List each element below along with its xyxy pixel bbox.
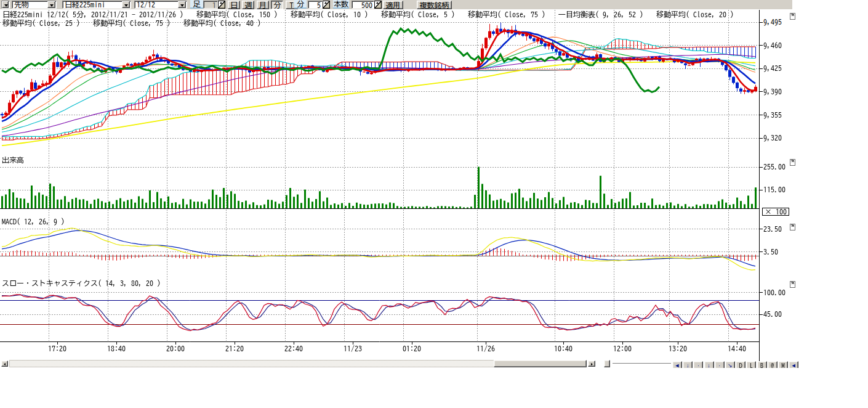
price-tick-label: 9,390 (763, 88, 782, 96)
apply-button[interactable]: 適用 (383, 1, 403, 9)
mini-button-7[interactable]: L (746, 361, 756, 368)
contract-select[interactable]: 12/12 (134, 1, 187, 9)
spin-updown-icon (375, 1, 381, 8)
time-label: 01:20 (403, 345, 421, 353)
chart-header-row2: 移動平均( Close, 25 )移動平均( Close, 75 )移動平均( … (2, 19, 274, 27)
scroll-left-button[interactable] (1, 361, 8, 367)
chart-header-row1: 日経225mini 12/12( 5分, 2012/11/21 - 2012/1… (2, 10, 747, 18)
volume-tick-label: 255.00 (763, 163, 786, 171)
time-label: 22:40 (284, 345, 303, 353)
mini-button-0[interactable]: ◄ (672, 361, 682, 368)
period-button-日[interactable]: 日 (228, 1, 240, 9)
period-button-週[interactable]: 週 (242, 1, 254, 9)
hidden-combo[interactable] (1, 1, 10, 9)
contract-select-value: 12/12 (137, 1, 155, 8)
chart-canvas[interactable] (0, 10, 763, 369)
pane-collapse-icon[interactable] (790, 281, 795, 288)
bar-count-label: 本数 (333, 0, 349, 9)
mini-button-4[interactable]: · (715, 361, 725, 368)
macd-pane-title: MACD( 12, 26, 9 ) (2, 218, 65, 226)
time-label: 10:40 (554, 345, 573, 353)
symbol-select-value: 日経225mini (65, 1, 105, 8)
scroll-right-button[interactable] (588, 361, 595, 367)
chevron-down-icon (180, 4, 184, 7)
macd-tick-label: 23.50 (763, 225, 782, 233)
price-tick-label: 9,495 (763, 18, 782, 26)
volume-tick-label: 115.00 (763, 186, 786, 194)
mini-button-9[interactable]: @ (768, 361, 778, 368)
mini-button-2[interactable]: · (693, 361, 703, 368)
minute-spinner[interactable] (323, 1, 330, 9)
market-select[interactable]: 先物 (12, 1, 57, 9)
price-tick-label: 9,320 (763, 134, 782, 142)
trading-app-window: 先物 日経225mini 12/12 足 1 日週月分T 分 5 本数 500 … (0, 0, 868, 408)
bar-count-spinner[interactable] (374, 1, 382, 9)
time-label: 12:00 (613, 345, 632, 353)
chevron-down-icon (50, 4, 54, 7)
time-label: 21:20 (225, 345, 244, 353)
mini-button-5[interactable]: ↘ (725, 361, 735, 368)
price-tick-label: 9,355 (763, 111, 782, 119)
market-select-value: 先物 (14, 1, 29, 8)
price-tick-label: 9,425 (763, 64, 782, 72)
header-indicator-label: 日経225mini 12/12( 5分, 2012/11/21 - 2012/1… (2, 10, 183, 18)
header-indicator-label: 移動平均( Close, 25 ) (2, 19, 80, 27)
time-label: 11/26 (476, 345, 495, 353)
bar-multiple-input[interactable]: 1 (203, 1, 218, 9)
stoch-tick-label: 100.00 (763, 288, 786, 296)
stoch-pane-title: スロー・ストキャスティクス( 14, 3, 80, 20 ) (2, 279, 161, 287)
mini-button-3[interactable]: ↓ (704, 361, 714, 368)
arrow-right-icon (591, 363, 593, 365)
zoom-slider[interactable] (613, 363, 671, 364)
period-buttons: 日週月分T (228, 0, 299, 9)
bottom-scroll-row: ◄↓·↓·↘DLB@M◄ (0, 360, 868, 368)
period-button-分[interactable]: 分 (271, 1, 283, 9)
time-label: 11/23 (344, 345, 362, 353)
combo-dropdown-button[interactable] (2, 1, 9, 8)
pane-splitter-handle[interactable] (604, 360, 610, 367)
time-label: 14:40 (728, 345, 746, 353)
header-indicator-label: 移動平均( Close, 10 ) (291, 10, 368, 18)
time-label: 18:40 (107, 345, 126, 353)
mini-button-11[interactable]: ◄ (789, 361, 798, 368)
mini-button-10[interactable]: M (778, 361, 788, 368)
arrow-left-icon (4, 363, 6, 365)
mini-button-6[interactable]: D (736, 361, 745, 368)
time-label: 13:20 (669, 345, 687, 353)
bar-multiple-spinner[interactable] (218, 1, 225, 9)
minute-unit-label: 分 (294, 0, 307, 9)
time-label: 20:00 (166, 345, 185, 353)
pane-collapse-icon[interactable] (790, 13, 795, 20)
stoch-tick-label: 45.00 (763, 310, 782, 318)
minute-input[interactable]: 5 (308, 1, 323, 9)
price-tick-label: 9,460 (763, 41, 782, 49)
spin-updown-icon (323, 1, 329, 8)
chevron-down-icon (4, 4, 8, 7)
scrollbar-thumb[interactable] (494, 360, 587, 367)
header-indicator-label: 移動平均( Close, 40 ) (183, 19, 261, 27)
multi-symbol-button[interactable]: 複数銘柄 (417, 1, 452, 9)
header-indicator-label: 移動平均( Close, 150 ) (196, 10, 278, 18)
time-label: 17:20 (48, 345, 66, 353)
macd-tick-label: 3.50 (763, 248, 778, 256)
pane-collapse-icon[interactable] (790, 159, 795, 166)
mini-button-1[interactable]: ↓ (683, 361, 693, 368)
period-button-月[interactable]: 月 (257, 1, 269, 9)
header-indicator-label: 移動平均( Close, 20 ) (656, 10, 734, 18)
mini-button-8[interactable]: B (757, 361, 767, 368)
bar-type-label: 足 (190, 0, 203, 9)
symbol-select[interactable]: 日経225mini (62, 1, 131, 9)
header-indicator-label: 移動平均( Close, 75 ) (93, 19, 171, 27)
bar-count-input[interactable]: 500 (352, 1, 374, 9)
pane-collapse-icon[interactable] (790, 224, 795, 231)
volume-pane-title: 出来高 (2, 156, 24, 164)
spin-updown-icon (219, 1, 225, 8)
combo-dropdown-button[interactable] (47, 1, 55, 8)
header-indicator-label: 一目均衡表( 9, 26, 52 ) (558, 10, 643, 18)
header-indicator-label: 移動平均( Close, 5 ) (381, 10, 455, 18)
chevron-down-icon (124, 4, 128, 7)
combo-dropdown-button[interactable] (122, 1, 130, 8)
toolbar: 先物 日経225mini 12/12 足 1 日週月分T 分 5 本数 500 … (0, 0, 792, 10)
header-indicator-label: 移動平均( Close, 75 ) (468, 10, 545, 18)
combo-dropdown-button[interactable] (178, 1, 186, 8)
